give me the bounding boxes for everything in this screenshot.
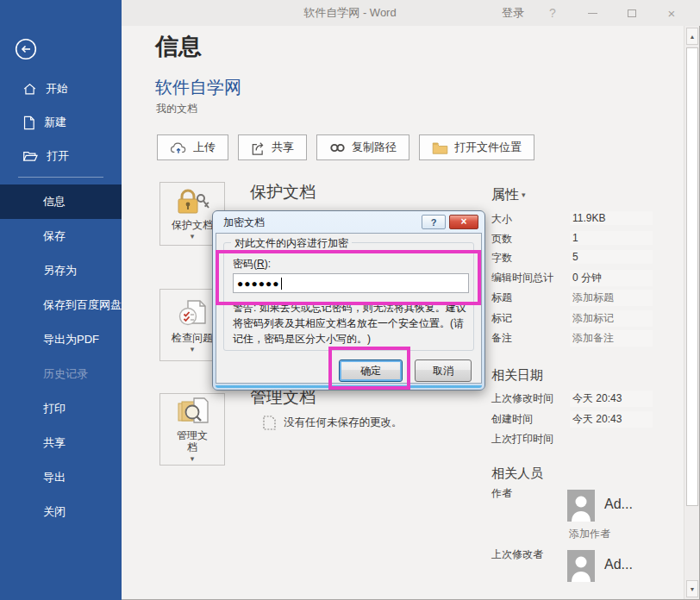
back-button[interactable] [15,38,37,60]
action-label: 复制路径 [352,140,397,155]
scroll-down-icon: ▼ [690,586,696,592]
cloud-upload-icon [170,141,187,154]
date-label: 创建时间 [491,412,533,427]
check-document-icon [176,297,209,330]
text-caret [281,278,282,290]
prop-label: 页数 [491,232,512,247]
manage-versions-icon [175,397,209,428]
groupbox-label: 对此文件的内容进行加密 [231,236,352,251]
back-arrow-icon [15,38,37,60]
status-text: 没有任何未保存的更改。 [284,416,403,430]
dialog-bottom-strip [216,385,482,388]
properties-header-label: 属性 [491,187,519,202]
add-title-field[interactable]: 添加标题 [570,290,653,306]
minimize-button[interactable] [572,0,612,26]
sidebar-item-print[interactable]: 打印 [0,391,122,426]
word-backstage-window: 软件自学网 - Word 登录 ? × 开始 新建 打开 信息 保 [0,0,700,600]
author-name: Ad... [604,497,633,512]
password-input[interactable]: ●●●●●● [233,273,469,293]
password-label: 密码(R): [233,257,271,272]
dropdown-caret-icon: ▾ [191,346,195,353]
minimize-icon [588,13,597,14]
sidebar-item-label: 开始 [46,81,68,97]
prop-label: 标记 [491,311,512,326]
password-label-key: R [257,258,265,270]
protect-section-heading: 保护文档 [250,181,316,203]
password-warning-text: 警告: 如果丢失或忘记密码，则无法将其恢复。建议将密码列表及其相应文档名放在一个… [233,300,472,347]
add-comment-field[interactable]: 添加备注 [570,330,653,347]
dropdown-caret-icon: ▾ [191,233,195,240]
prop-label: 标题 [491,291,512,305]
modifier-avatar[interactable] [567,550,595,582]
sidebar-item-save-as[interactable]: 另存为 [0,253,122,288]
upload-button[interactable]: 上传 [157,134,228,160]
share-icon [251,141,266,155]
date-label: 上次打印时间 [491,432,553,447]
sidebar-divider [18,177,103,178]
help-button[interactable]: ? [533,6,572,20]
action-label: 上传 [193,140,216,155]
copy-path-button[interactable]: 复制路径 [316,134,409,160]
sign-in-button[interactable]: 登录 [493,5,533,21]
prop-label: 备注 [491,331,512,346]
sidebar-item-save[interactable]: 保存 [0,219,122,253]
dialog-title: 加密文档 [223,216,265,230]
related-people-header: 相关人员 [491,466,543,482]
page-title: 信息 [155,31,202,62]
dialog-close-button[interactable]: × [449,215,478,229]
share-button[interactable]: 共享 [238,134,307,160]
dropdown-caret-icon: ▾ [191,455,195,462]
scroll-down-button[interactable]: ▼ [686,580,698,597]
folder-icon [432,141,448,154]
encrypt-document-dialog: 加密文档 ? × 对此文件的内容进行加密 密码(R): ●●●●●● 警告: 如… [212,210,485,391]
modifier-label: 上次修改者 [491,547,543,562]
related-dates-header: 相关日期 [491,367,543,384]
maximize-button[interactable] [612,0,652,26]
sidebar-item-save-to-baidu[interactable]: 保存到百度网盘 [0,288,122,322]
properties-header[interactable]: 属性▾ [491,186,526,204]
chevron-down-icon: ▾ [522,191,526,199]
sidebar-item-share[interactable]: 共享 [0,426,122,460]
scrollbar-thumb[interactable] [686,47,698,506]
tile-label: 检查问题 [172,332,213,344]
sidebar-item-new[interactable]: 新建 [0,109,122,135]
backstage-sidebar: 开始 新建 打开 信息 保存 另存为 保存到百度网盘 导出为PDF 历史记录 打… [0,0,122,600]
prop-value-pages: 1 [570,231,653,245]
date-value-created: 今天 20:43 [570,411,653,428]
sidebar-item-info[interactable]: 信息 [0,184,122,219]
sidebar-item-close[interactable]: 关闭 [0,495,122,529]
sidebar-item-history: 历史记录 [0,357,122,391]
sidebar-item-home[interactable]: 开始 [0,76,122,102]
scroll-up-button[interactable]: ▲ [686,28,698,45]
titlebar-controls: 登录 ? × [493,0,691,26]
sidebar-item-export[interactable]: 导出 [0,460,122,495]
home-icon [22,82,37,97]
date-value-modified: 今天 20:43 [570,391,653,407]
prop-label: 编辑时间总计 [491,271,553,285]
sidebar-item-export-pdf[interactable]: 导出为PDF [0,322,122,357]
dialog-body: 对此文件的内容进行加密 密码(R): ●●●●●● 警告: 如果丢失或忘记密码，… [216,233,482,384]
ok-button[interactable]: 确定 [339,359,403,382]
lock-key-icon [175,188,209,217]
tile-label: 保护文档 [172,219,213,231]
add-tag-field[interactable]: 添加标记 [570,310,653,327]
sidebar-item-open[interactable]: 打开 [0,143,122,169]
cancel-button[interactable]: 取消 [415,359,472,382]
vertical-scrollbar[interactable]: ▲ ▼ [684,26,699,599]
open-folder-icon [22,149,38,163]
author-avatar[interactable] [567,490,595,522]
prop-value-words: 5 [570,250,653,264]
close-button[interactable]: × [652,0,691,26]
scroll-up-icon: ▲ [690,34,696,40]
dialog-help-button[interactable]: ? [422,215,446,229]
maximize-icon [628,9,636,17]
document-actions: 上传 共享 复制路径 打开文件位置 [157,134,534,160]
manage-document-tile[interactable]: 管理文档 ▾ [159,393,225,466]
prop-value-edit-time: 0 分钟 [570,270,653,286]
open-file-location-button[interactable]: 打开文件位置 [419,134,534,160]
document-location: 我的文档 [156,102,197,116]
encrypt-groupbox: 对此文件的内容进行加密 密码(R): ●●●●●● 警告: 如果丢失或忘记密码，… [223,242,474,351]
action-label: 打开文件位置 [454,140,522,155]
add-author-link[interactable]: 添加作者 [569,527,610,541]
password-label-post: ): [265,258,271,270]
